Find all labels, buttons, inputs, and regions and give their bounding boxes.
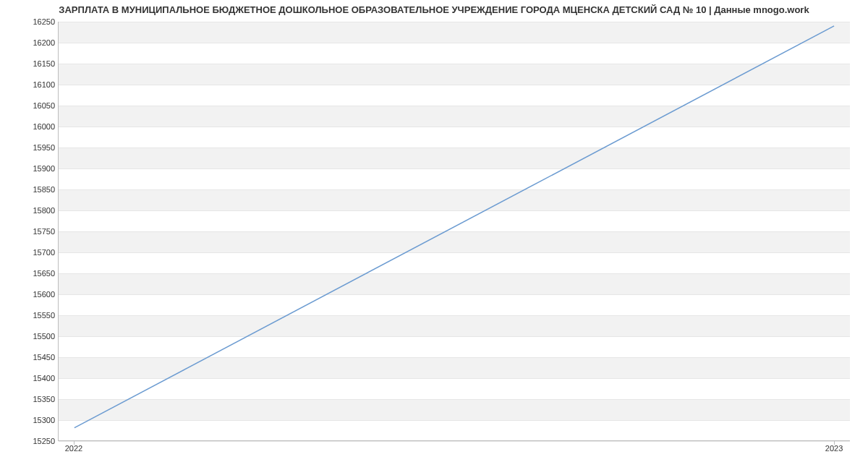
y-axis-tick-label: 16050 (3, 101, 55, 110)
y-axis-tick-label: 15750 (3, 227, 55, 236)
plot-area (58, 22, 850, 441)
y-axis-tick-label: 15950 (3, 143, 55, 152)
y-axis-tick-label: 16150 (3, 59, 55, 68)
y-axis-tick-label: 15800 (3, 206, 55, 215)
y-axis-tick-label: 15550 (3, 311, 55, 320)
series-line (75, 26, 834, 428)
y-axis-tick-label: 15400 (3, 374, 55, 383)
grid-line (59, 441, 850, 442)
y-axis-tick-label: 15450 (3, 353, 55, 362)
y-axis-tick-label: 15650 (3, 269, 55, 278)
y-axis-tick-label: 15700 (3, 248, 55, 257)
y-axis-tick-label: 16200 (3, 38, 55, 47)
chart-title: ЗАРПЛАТА В МУНИЦИПАЛЬНОЕ БЮДЖЕТНОЕ ДОШКО… (0, 4, 868, 15)
y-axis-tick-label: 15850 (3, 185, 55, 194)
y-axis-tick-label: 16100 (3, 80, 55, 89)
y-axis-tick-label: 15300 (3, 416, 55, 424)
y-axis-tick-label: 15250 (3, 437, 55, 445)
y-axis-tick-label: 16250 (3, 17, 55, 26)
y-axis-tick-label: 15350 (3, 395, 55, 403)
x-axis-tick-label: 2022 (65, 444, 82, 453)
x-axis-tick-label: 2023 (825, 444, 843, 453)
y-axis-tick-label: 15600 (3, 290, 55, 299)
y-axis-tick-label: 16000 (3, 122, 55, 131)
chart-container: ЗАРПЛАТА В МУНИЦИПАЛЬНОЕ БЮДЖЕТНОЕ ДОШКО… (0, 0, 868, 470)
line-series (59, 22, 850, 440)
y-axis-tick-label: 15900 (3, 164, 55, 173)
y-axis-tick-label: 15500 (3, 332, 55, 341)
